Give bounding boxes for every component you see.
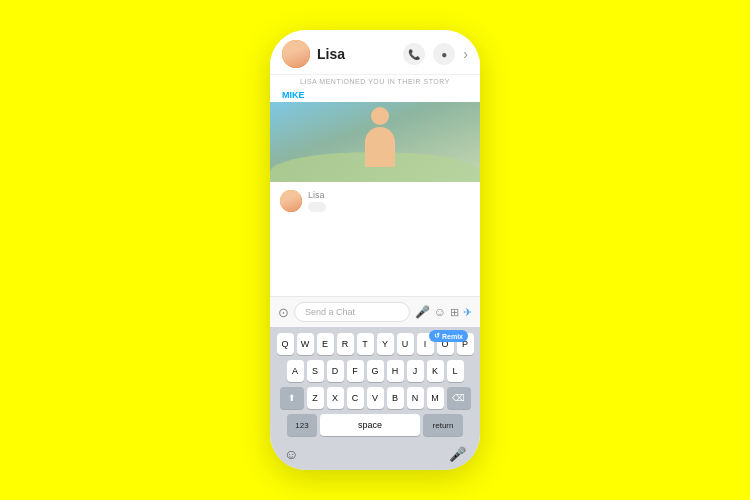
chevron-right-icon[interactable]: ›	[463, 46, 468, 62]
phone-icon: 📞	[408, 49, 420, 60]
keyboard-row-2: A S D F G H J K L	[274, 360, 476, 382]
call-button[interactable]: 📞	[403, 43, 425, 65]
keyboard-row-3: ⬆ Z X C V B N M ⌫	[274, 387, 476, 409]
msg-avatar	[280, 190, 302, 212]
nums-key[interactable]: 123	[287, 414, 317, 436]
key-g[interactable]: G	[367, 360, 384, 382]
key-t[interactable]: T	[357, 333, 374, 355]
chat-header: Lisa 📞 ● ›	[270, 30, 480, 75]
key-u[interactable]: U	[397, 333, 414, 355]
sub-header: LISA MENTIONED YOU IN THEIR STORY	[270, 75, 480, 88]
camera-icon[interactable]: ⊙	[278, 305, 289, 320]
header-icons: 📞 ● ›	[403, 43, 468, 65]
keyboard-bottom-bar: ☺ 🎤	[274, 441, 476, 470]
key-j[interactable]: J	[407, 360, 424, 382]
key-w[interactable]: W	[297, 333, 314, 355]
input-placeholder: Send a Chat	[305, 307, 355, 317]
bottom-mic-icon[interactable]: 🎤	[449, 446, 466, 462]
mic-icon[interactable]: 🎤	[415, 305, 430, 319]
key-n[interactable]: N	[407, 387, 424, 409]
phone-frame: Lisa 📞 ● › LISA MENTIONED YOU IN THEIR S…	[270, 30, 480, 470]
video-icon: ●	[441, 49, 447, 60]
space-key[interactable]: space	[320, 414, 420, 436]
key-m[interactable]: M	[427, 387, 444, 409]
chat-input[interactable]: Send a Chat	[294, 302, 410, 322]
key-k[interactable]: K	[427, 360, 444, 382]
key-d[interactable]: D	[327, 360, 344, 382]
emoji-icon[interactable]: ☺	[434, 305, 446, 319]
message-content: Lisa	[308, 190, 326, 212]
key-f[interactable]: F	[347, 360, 364, 382]
remix-badge[interactable]: ↺ Remix	[429, 330, 468, 342]
shift-key[interactable]: ⬆	[280, 387, 304, 409]
story-image	[270, 102, 480, 182]
key-c[interactable]: C	[347, 387, 364, 409]
remix-icon: ↺	[434, 332, 440, 340]
message-area: Lisa ↺ Remix	[270, 182, 480, 296]
key-l[interactable]: L	[447, 360, 464, 382]
bottom-emoji-icon[interactable]: ☺	[284, 446, 298, 462]
mike-label: MIKE	[270, 88, 480, 102]
key-y[interactable]: Y	[377, 333, 394, 355]
keyboard-row-4: 123 space return	[274, 414, 476, 436]
send-icon[interactable]: ✈	[463, 306, 472, 319]
video-button[interactable]: ●	[433, 43, 455, 65]
key-s[interactable]: S	[307, 360, 324, 382]
key-a[interactable]: A	[287, 360, 304, 382]
backspace-key[interactable]: ⌫	[447, 387, 471, 409]
sticker-icon[interactable]: ⊞	[450, 306, 459, 319]
input-actions: 🎤 ☺ ⊞ ✈	[415, 305, 472, 319]
key-q[interactable]: Q	[277, 333, 294, 355]
return-key[interactable]: return	[423, 414, 463, 436]
input-bar: ⊙ Send a Chat 🎤 ☺ ⊞ ✈	[270, 296, 480, 327]
key-z[interactable]: Z	[307, 387, 324, 409]
keyboard: Q W E R T Y U I O P A S D F G H J K L ⬆ …	[270, 327, 480, 470]
key-e[interactable]: E	[317, 333, 334, 355]
key-b[interactable]: B	[387, 387, 404, 409]
key-h[interactable]: H	[387, 360, 404, 382]
contact-name: Lisa	[317, 46, 403, 62]
msg-sender: Lisa	[308, 190, 326, 200]
key-x[interactable]: X	[327, 387, 344, 409]
message-bubble	[308, 202, 326, 212]
key-v[interactable]: V	[367, 387, 384, 409]
avatar	[282, 40, 310, 68]
key-r[interactable]: R	[337, 333, 354, 355]
